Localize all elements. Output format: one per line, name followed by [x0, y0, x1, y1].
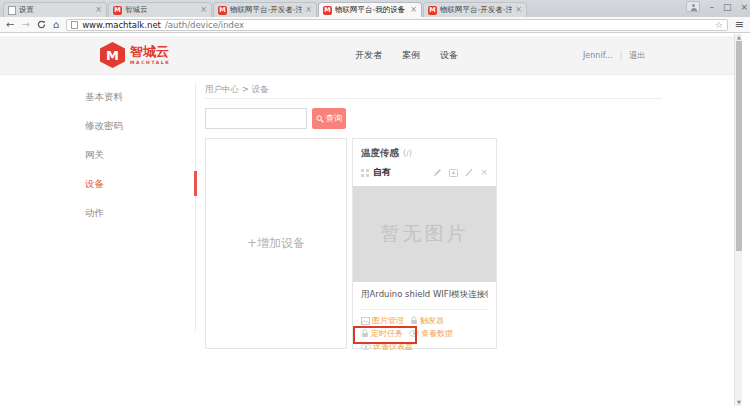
link-view-data[interactable]: 查看数据 — [409, 328, 453, 339]
tab-title: 物联网平台-开发者-注册F — [440, 5, 512, 15]
frame-icon[interactable] — [449, 169, 458, 177]
device-title: 温度传感 — [361, 147, 399, 160]
edit-icon[interactable] — [465, 168, 473, 177]
page-scrollbar[interactable]: ▲ ▼ — [734, 34, 742, 406]
machtalk-favicon-icon: M — [323, 6, 332, 15]
username-link[interactable]: Jennif... — [583, 51, 613, 60]
search-button[interactable]: 查询 — [312, 108, 346, 129]
scroll-up-icon[interactable]: ▲ — [735, 34, 743, 41]
sidebar-item-actions[interactable]: 动作 — [85, 198, 195, 227]
user-area: Jennif... | 退出 — [583, 36, 645, 75]
pencil-icon[interactable] — [433, 168, 442, 177]
search-input[interactable] — [205, 108, 307, 129]
ownership-label: 自有 — [373, 166, 391, 179]
forward-button[interactable]: → — [21, 18, 29, 32]
maximize-button[interactable]: □ — [723, 2, 732, 12]
logo-cube-icon: M — [100, 42, 125, 68]
tab-close-icon[interactable]: × — [95, 6, 102, 14]
divider — [205, 98, 662, 99]
tab-close-icon[interactable]: × — [515, 6, 522, 14]
device-description: 用Arduino shield WIFI模块连接物... — [361, 289, 488, 301]
machtalk-favicon-icon: M — [428, 6, 437, 15]
browser-tab-strip: 设置 × M 智城云 × M 物联网平台-开发者-注册F × M 物联网平台-我… — [0, 0, 750, 17]
site-header: M 智城云 MACHTALK 开发者 案例 设备 Jennif... | 退出 — [0, 36, 742, 75]
back-button[interactable]: ← — [6, 18, 14, 32]
tab-close-icon[interactable]: × — [305, 6, 312, 14]
image-icon — [361, 317, 370, 325]
tab-close-icon[interactable]: × — [200, 6, 207, 14]
sidebar-item-change-password[interactable]: 修改密码 — [85, 111, 195, 140]
logout-link[interactable]: 退出 — [629, 50, 645, 61]
tab-title: 智城云 — [125, 5, 197, 15]
chrome-menu-icon[interactable]: ≡ — [735, 18, 744, 31]
divider — [361, 309, 488, 310]
home-button[interactable]: ⌂ — [53, 18, 59, 32]
logo-text: 智城云 — [130, 45, 170, 58]
device-image-placeholder: 暂无图片 — [353, 186, 496, 282]
separator: | — [620, 51, 623, 60]
grid-icon — [361, 169, 369, 177]
tab-close-icon[interactable]: × — [410, 6, 417, 14]
tab-title: 物联网平台-我的设备 — [335, 5, 407, 15]
browser-tab-my-devices-active[interactable]: M 物联网平台-我的设备 × — [318, 2, 422, 17]
close-window-button[interactable]: × — [740, 2, 748, 12]
link-image-management[interactable]: 图片管理 — [361, 315, 404, 326]
scrollbar-thumb[interactable] — [736, 41, 742, 251]
connection-status-icon: (∕) — [403, 149, 412, 158]
minimize-button[interactable]: – — [709, 2, 714, 12]
url-domain: www.machtalk.net — [82, 20, 161, 30]
lock-icon — [361, 329, 369, 338]
eye-icon — [361, 343, 371, 350]
reload-button[interactable] — [37, 20, 46, 29]
link-trigger[interactable]: 触发器 — [410, 315, 444, 326]
link-scheduled-task[interactable]: 定时任务 — [361, 328, 403, 339]
eye-icon — [409, 330, 419, 337]
tab-title: 物联网平台-开发者-注册F — [230, 5, 302, 15]
page-content: M 智城云 MACHTALK 开发者 案例 设备 Jennif... | 退出 … — [0, 34, 742, 406]
bookmark-star-icon[interactable]: ☆ — [715, 20, 723, 30]
sidebar-item-devices[interactable]: 设备 — [85, 169, 195, 198]
page-favicon-icon — [8, 6, 16, 15]
add-device-label: +增加设备 — [247, 235, 305, 252]
device-card: 温度传感 (∕) 自有 × 暂无图片 用Arduino shield WIFI模… — [352, 138, 497, 349]
nav-item-devices[interactable]: 设备 — [440, 49, 458, 62]
sidebar: 基本资料 修改密码 网关 设备 动作 — [85, 82, 196, 332]
profile-button[interactable] — [686, 1, 700, 12]
nav-item-developer[interactable]: 开发者 — [355, 49, 382, 62]
sidebar-item-gateway[interactable]: 网关 — [85, 140, 195, 169]
browser-tab-machtalk-home[interactable]: M 智城云 × — [108, 2, 212, 17]
url-path: /auth/device/index — [165, 20, 244, 30]
address-bar[interactable]: www.machtalk.net /auth/device/index ☆ — [66, 19, 728, 31]
search-icon — [316, 115, 324, 123]
delete-device-icon[interactable]: × — [480, 168, 488, 177]
tab-title: 设置 — [19, 5, 92, 15]
search-button-label: 查询 — [326, 113, 343, 125]
scroll-down-icon[interactable]: ▼ — [735, 399, 743, 406]
browser-toolbar: ← → ⌂ www.machtalk.net /auth/device/inde… — [0, 17, 750, 33]
machtalk-favicon-icon: M — [218, 6, 227, 15]
person-icon — [692, 4, 695, 7]
nav-item-cases[interactable]: 案例 — [402, 49, 420, 62]
machtalk-logo[interactable]: M 智城云 MACHTALK — [100, 42, 170, 68]
page-icon — [71, 21, 78, 29]
sidebar-item-basic-info[interactable]: 基本资料 — [85, 82, 195, 111]
link-device-dashboard[interactable]: 设备仪表盘 — [361, 341, 413, 352]
browser-tab-settings[interactable]: 设置 × — [3, 2, 107, 17]
logo-subtext: MACHTALK — [130, 60, 170, 65]
machtalk-favicon-icon: M — [113, 6, 122, 15]
add-device-card[interactable]: +增加设备 — [205, 138, 347, 349]
breadcrumb: 用户中心 > 设备 — [205, 84, 269, 96]
no-image-label: 暂无图片 — [381, 221, 469, 247]
browser-tab-register-2[interactable]: M 物联网平台-开发者-注册F × — [423, 2, 527, 17]
browser-tab-register-1[interactable]: M 物联网平台-开发者-注册F × — [213, 2, 317, 17]
site-nav: 开发者 案例 设备 — [355, 36, 458, 75]
lock-icon — [410, 316, 418, 325]
